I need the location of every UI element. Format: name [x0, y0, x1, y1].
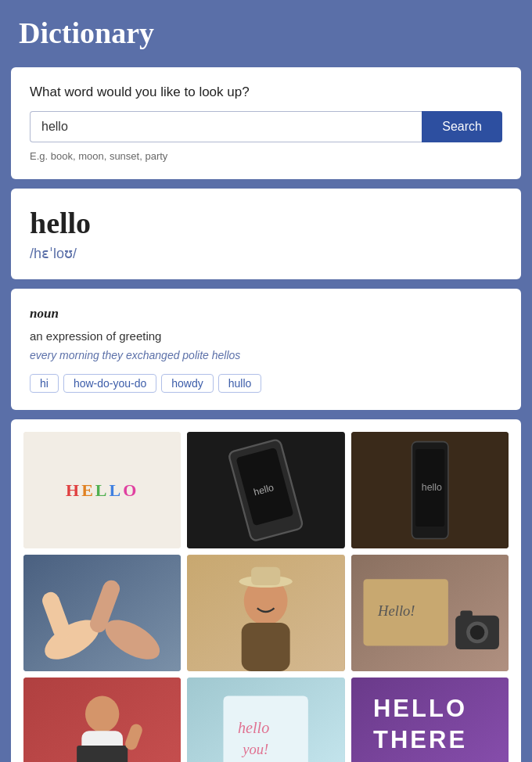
- synonym-how-do-you-do[interactable]: how-do-you-do: [63, 374, 156, 393]
- word-title: hello: [30, 206, 502, 240]
- image-man-laptop[interactable]: [23, 678, 181, 762]
- svg-text:THERE: THERE: [373, 726, 467, 753]
- svg-rect-16: [251, 567, 280, 585]
- header: Dictionary: [0, 0, 532, 67]
- search-card: What word would you like to look up? Sea…: [11, 67, 521, 179]
- images-grid: HELLO hello hello: [23, 432, 509, 762]
- image-note[interactable]: Hello!: [351, 555, 509, 671]
- app-title: Dictionary: [19, 16, 513, 50]
- synonym-hi[interactable]: hi: [30, 374, 59, 393]
- definition-card: noun an expression of greeting every mor…: [11, 289, 521, 410]
- word-pronunciation: /hɛˈloʊ/: [30, 245, 502, 262]
- image-phone-dark2[interactable]: hello: [351, 432, 509, 548]
- synonyms-list: hihow-do-you-dohowdyhullo: [30, 374, 502, 393]
- svg-text:Hello!: Hello!: [377, 602, 415, 619]
- part-of-speech: noun: [30, 306, 502, 322]
- svg-text:you!: you!: [242, 741, 269, 757]
- search-input[interactable]: [30, 111, 422, 142]
- search-row: Search: [30, 111, 502, 142]
- svg-point-23: [469, 625, 484, 640]
- synonym-hullo[interactable]: hullo: [218, 374, 262, 393]
- example-sentence: every morning they exchanged polite hell…: [30, 349, 502, 361]
- svg-rect-24: [460, 611, 472, 618]
- synonym-howdy[interactable]: howdy: [161, 374, 213, 393]
- search-example: E.g. book, moon, sunset, party: [30, 150, 502, 162]
- image-hands[interactable]: [23, 555, 181, 671]
- image-hello-you[interactable]: hello you!: [187, 678, 344, 762]
- search-question: What word would you like to look up?: [30, 84, 502, 100]
- svg-point-26: [85, 696, 119, 732]
- svg-rect-29: [77, 746, 128, 762]
- word-card: hello /hɛˈloʊ/: [11, 189, 521, 279]
- image-hello-there[interactable]: HELLO THERE: [351, 678, 509, 762]
- search-button[interactable]: Search: [422, 111, 502, 142]
- svg-text:hello: hello: [238, 720, 269, 737]
- definition-text: an expression of greeting: [30, 329, 502, 343]
- image-hello-letters[interactable]: HELLO: [23, 432, 181, 548]
- images-card: HELLO hello hello: [11, 419, 521, 762]
- svg-text:HELLO: HELLO: [373, 695, 467, 722]
- svg-text:hello: hello: [421, 482, 441, 493]
- image-man-hat[interactable]: [187, 555, 344, 671]
- svg-rect-17: [242, 623, 290, 671]
- image-phone-dark[interactable]: hello: [187, 432, 344, 548]
